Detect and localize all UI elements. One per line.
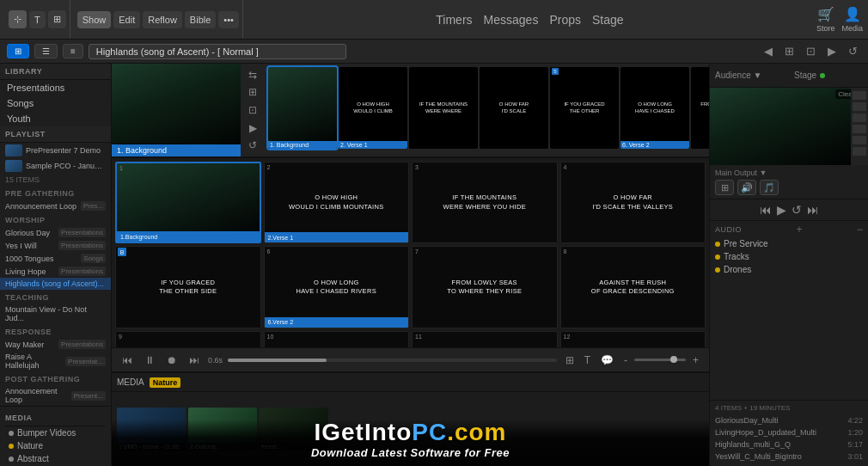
forward-btn[interactable]: ⏭ [186, 353, 203, 368]
strip-slide-3[interactable]: O HOW FARI'D SCALE [480, 67, 548, 149]
show-btn[interactable]: Show [77, 11, 112, 28]
item-highlands[interactable]: Highlands (song of Ascent)... [0, 278, 111, 290]
mini-thumb-4[interactable] [853, 125, 866, 133]
speech-btn[interactable]: 💬 [597, 353, 617, 368]
right-loop-btn[interactable]: ↺ [792, 203, 802, 217]
props-btn[interactable]: Props [545, 10, 585, 29]
slide-cell-12[interactable]: 12 I WOULD SEARCH AND STOP AT NOTHING [560, 331, 706, 347]
right-prev-btn[interactable]: ⏮ [760, 203, 772, 217]
queue-item-2[interactable]: Highlands_multi_G_Q 5:17 [715, 438, 863, 451]
minus-btn[interactable]: - [620, 353, 631, 368]
text-tool[interactable]: T [29, 11, 46, 28]
item-raise-hallelujah[interactable]: Raise A Hallelujah Presentat... [0, 351, 111, 371]
item-post-announcement[interactable]: Announcement Loop Present... [0, 385, 111, 406]
media-thumb-1[interactable]: 2 Outcrop... [188, 408, 257, 451]
pause-btn[interactable]: ⏸ [141, 353, 158, 368]
strip-slide-4[interactable]: IF YOU GRACEDTHE OTHER 5 [550, 67, 619, 149]
item-glorious-day[interactable]: Glorious Day Presentations [0, 226, 111, 239]
mini-thumb-2[interactable] [853, 102, 866, 111]
playlist-item-1[interactable]: Sample PCO - January 22... [0, 158, 111, 174]
edit-btn[interactable]: Edit [113, 11, 140, 28]
strip-slide-bg[interactable]: 1. Background [268, 67, 337, 149]
output-btn-1[interactable]: ⊞ [715, 180, 734, 195]
more-btn[interactable]: ••• [218, 11, 239, 28]
output-btn-2[interactable]: 🔊 [737, 180, 756, 195]
play-icon[interactable]: ▶ [824, 43, 840, 59]
preview-ctrl-loop[interactable]: ↺ [244, 138, 261, 153]
audio-item-2[interactable]: Drones [715, 263, 863, 276]
slide-cell-4[interactable]: 4 O HOW FAR I'D SCALE THE VALLEYS [560, 162, 706, 243]
text-align-btn[interactable]: T [581, 353, 594, 368]
strip-slide-1[interactable]: O HOW HIGHWOULD I CLIMB 2. Verse 1 [339, 67, 407, 149]
media-thumb-0[interactable]: 1 VMO - scene - 01:00 [117, 408, 186, 451]
item-mountain-view[interactable]: Mountain View - Do Not Jud... [0, 304, 111, 324]
right-play-btn[interactable]: ▶ [777, 203, 786, 217]
right-next-btn[interactable]: ⏭ [807, 203, 819, 217]
reflow-btn[interactable]: Reflow [143, 11, 182, 28]
sidebar-item-youth[interactable]: Youth [0, 111, 111, 126]
zoom-slider[interactable] [634, 359, 686, 361]
grid-icon[interactable]: ⊞ [781, 43, 798, 59]
preview-ctrl-play[interactable]: ▶ [244, 120, 261, 136]
queue-item-0[interactable]: GloriousDay_Multi 4:22 [715, 414, 863, 426]
bible-btn[interactable]: Bible [185, 11, 216, 28]
expand-icon[interactable]: ⊡ [803, 43, 819, 59]
sidebar-item-presentations[interactable]: Presentations [0, 80, 111, 95]
preview-ctrl-grid[interactable]: ⊞ [244, 85, 261, 101]
media-item[interactable]: 👤 Media [842, 6, 864, 33]
item-yes-i-will[interactable]: Yes I Will Presentations [0, 239, 111, 252]
audio-item-0[interactable]: Pre Service [715, 237, 863, 250]
sidebar-item-songs[interactable]: Songs [0, 95, 111, 111]
progress-bar[interactable] [228, 359, 557, 362]
mini-thumb-5[interactable] [853, 136, 866, 144]
media-nature[interactable]: Nature [5, 439, 106, 452]
item-announcement-loop[interactable]: Announcement Loop Pres... [0, 199, 111, 212]
item-living-hope[interactable]: Living Hope Presentations [0, 265, 111, 278]
slide-cell-3[interactable]: 3 IF THE MOUNTAINS WERE WHERE YOU HIDE [412, 162, 558, 243]
preview-ctrl-arrows[interactable]: ⇆ [244, 67, 261, 83]
stage-btn[interactable]: Stage [588, 10, 628, 29]
item-1000-tongues[interactable]: 1000 Tongues Songs [0, 252, 111, 265]
plus-btn[interactable]: + [689, 353, 702, 368]
list-view-btn[interactable]: ☰ [34, 44, 58, 58]
record-btn[interactable]: ⏺ [163, 353, 180, 368]
strip-slide-5[interactable]: O HOW LONGHAVE I CHASED 6. Verse 2 [620, 67, 689, 149]
slide-cell-6[interactable]: 6 O HOW LONG HAVE I CHASED RIVERS 6. Ver… [264, 246, 410, 328]
audio-item-1[interactable]: Tracks [715, 250, 863, 263]
strip-slide-6[interactable]: FROM LOWLY SEASTO WHERE [691, 67, 709, 149]
slide-cell-5[interactable]: B IF YOU GRACED THE OTHER SIDE [115, 246, 261, 328]
media-bumper[interactable]: Bumper Videos [5, 426, 106, 439]
slide-cell-2[interactable]: 2 O HOW HIGH WOULD I CLIMB MOUNTAINS 2. … [264, 162, 410, 243]
playlist-item-0[interactable]: PrePresenter 7 Demo [0, 143, 111, 158]
arrow-left-icon[interactable]: ◀ [761, 43, 776, 59]
audio-remove-btn[interactable]: − [857, 224, 863, 235]
mini-thumb-6[interactable] [853, 147, 866, 156]
item-way-maker[interactable]: Way Maker Presentations [0, 338, 111, 351]
slide-cell-7[interactable]: 7 FROM LOWLY SEAS TO WHERE THEY RISE [412, 246, 558, 328]
detail-view-btn[interactable]: ≡ [63, 44, 83, 58]
mini-thumb-1[interactable] [853, 91, 866, 100]
loop-icon[interactable]: ↺ [845, 43, 861, 59]
preview-ctrl-expand[interactable]: ⊡ [244, 102, 261, 118]
output-btn-mute[interactable]: 🎵 [760, 180, 779, 195]
queue-item-3[interactable]: YesWill_C_Multi_BigIntro 3:01 [715, 451, 863, 463]
slide-cell-11[interactable]: 11 YOU'RE NEITHER MORE OR LESS INCLINED [412, 331, 558, 347]
slide-cell-8[interactable]: 8 AGAINST THE RUSH OF GRACE DESCENDING [560, 246, 706, 328]
strip-slide-2[interactable]: IF THE MOUNTAINSWERE WHERE [409, 67, 478, 149]
queue-item-1[interactable]: LivingHope_D_updated_Multi 1:20 [715, 426, 863, 438]
select-tool[interactable]: ⊹ [9, 10, 27, 28]
output-label[interactable]: Main Output ▼ [715, 169, 863, 177]
messages-btn[interactable]: Messages [480, 10, 543, 29]
slide-cell-10[interactable]: 10 IN THE HIGHLANDS AND THE HEARTACHE 10… [264, 331, 410, 347]
audio-add-btn[interactable]: + [796, 224, 802, 235]
grid-view-btn[interactable]: ⊞ [7, 44, 29, 58]
timers-btn[interactable]: Timers [431, 10, 476, 29]
theme-tool[interactable]: ⊞ [48, 10, 66, 28]
mini-thumb-3[interactable] [853, 113, 866, 122]
rewind-btn[interactable]: ⏮ [119, 353, 136, 368]
layout-btn[interactable]: ⊞ [562, 353, 578, 368]
media-thumb-2[interactable]: forest... [260, 408, 328, 451]
slide-cell-9[interactable]: 9 FROM THE SOURCE OF ITS SUPPLY [115, 331, 261, 347]
media-abstract[interactable]: Abstract [5, 452, 106, 465]
store-item[interactable]: 🛒 Store [816, 6, 835, 33]
